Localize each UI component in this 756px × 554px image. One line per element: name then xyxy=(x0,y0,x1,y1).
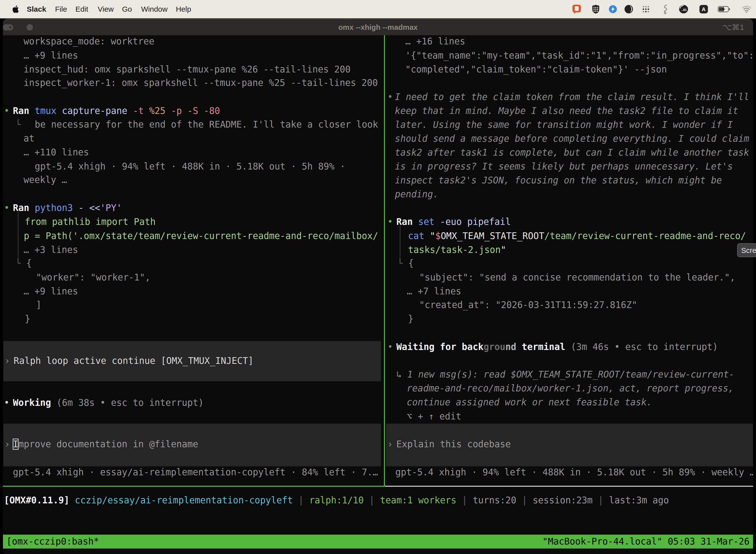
terminal-line: I need to get the claim token from the c… xyxy=(395,90,749,104)
terminal-line: Ralph loop active continue [OMX_TMUX_INJ… xyxy=(14,354,253,368)
terminal-line: • xyxy=(387,215,393,229)
terminal-line: Explain this codebase xyxy=(396,437,511,451)
terminal-line: › xyxy=(4,354,10,368)
text-segment: p = Path('.omx/state/team/review-current… xyxy=(24,231,378,241)
text-segment: … +9 lines xyxy=(23,286,78,296)
terminal-line: • xyxy=(4,201,9,215)
text-segment: Working xyxy=(13,397,57,408)
text-segment: readme-and-reco/mailbox/worker-1.json, a… xyxy=(407,383,734,394)
text-segment: "worker": "worker-1", xyxy=(36,272,150,283)
terminal-line: gpt-5.4 xhigh · 94% left · 488K in · 5.1… xyxy=(35,160,345,173)
gray-squiggle-icon[interactable] xyxy=(662,4,668,14)
text-segment: • xyxy=(4,106,9,116)
text-segment: • xyxy=(387,341,393,352)
menu-item-slack[interactable]: Slack xyxy=(27,5,46,13)
menu-item-file[interactable]: File xyxy=(55,5,67,13)
orange-speech-bubble-icon[interactable] xyxy=(572,4,581,14)
terminal-line: pending. xyxy=(395,187,439,201)
text-segment: • xyxy=(387,216,393,227)
terminal-line: cat "$OMX_TEAM_STATE_ROOT/team/review-cu… xyxy=(408,229,746,243)
terminal-line: at xyxy=(23,131,35,146)
battery-charging-icon[interactable] xyxy=(718,6,730,12)
status-segment: | xyxy=(369,495,380,506)
text-segment: at xyxy=(23,133,35,144)
menu-item-view[interactable]: View xyxy=(98,5,114,13)
terminal-area[interactable]: workspace_mode: worktree… +9 linesinspec… xyxy=(3,19,753,554)
terminal-line: … +9 lines xyxy=(23,49,78,63)
status-segment: team:1 workers xyxy=(380,495,462,506)
status-segment: last:3m ago xyxy=(609,495,669,506)
status-segment: session:23m xyxy=(533,495,598,506)
text-segment: … +9 lines xyxy=(23,50,78,61)
terminal-line: inspect_hud: omx sparkshell --tmux-pane … xyxy=(23,63,351,76)
text-segment: › xyxy=(387,439,393,449)
text-segment: … +7 lines xyxy=(407,286,461,296)
menu-item-help[interactable]: Help xyxy=(176,5,191,13)
text-segment: python3 xyxy=(35,203,78,213)
text-segment: ↳ 1 new msg(s): read $OMX_TEAM_STATE_ROO… xyxy=(396,369,734,380)
status-segment: [OMX#0.11.9] xyxy=(4,495,75,506)
text-segment: gpt-5.4 xhigh · 94% left · 488K in · 5.1… xyxy=(35,161,345,172)
text-segment: $ xyxy=(435,231,441,241)
terminal-line: "subject": "send a concise recommendatio… xyxy=(419,271,736,284)
apple-menu-icon[interactable] xyxy=(12,5,19,13)
pane-divider[interactable] xyxy=(384,35,385,487)
text-segment: • xyxy=(4,203,9,213)
terminal-line: ⌥ + ↑ edit xyxy=(407,409,461,424)
terminal-line: └ xyxy=(15,118,21,131)
text-segment: -p -S -80 xyxy=(171,106,220,116)
terminal-line: Improve documentation in @filename xyxy=(13,437,198,451)
text-segment: cat xyxy=(408,231,430,241)
text-segment: " xyxy=(430,231,435,241)
wifi-icon[interactable] xyxy=(742,5,752,13)
text-segment: Ran xyxy=(396,216,418,227)
text-segment: › xyxy=(4,439,10,449)
text-segment: ⌥ + ↑ edit xyxy=(407,411,461,422)
terminal-line: Waiting for background terminal (3m 46s … xyxy=(396,340,718,354)
text-segment: '{"team_name":"my-team","task_id":"1","f… xyxy=(405,50,753,61)
terminal-line: inspect task2's JSON, focusing on the st… xyxy=(395,173,722,187)
terminal-line: • xyxy=(387,90,393,104)
terminal-line: is in progress? It seems likely but perh… xyxy=(395,160,733,173)
text-segment: gpt-5.4 xhigh · essay/ai-reimplementatio… xyxy=(13,467,378,478)
terminal-line: › xyxy=(387,437,393,451)
screenshot-tooltip: Scre xyxy=(737,243,756,257)
status-segment: | xyxy=(522,495,533,506)
menu-item-edit[interactable]: Edit xyxy=(75,5,88,13)
menu-bar: SlackFileEditViewGoWindowHelp ..61 A xyxy=(0,0,756,18)
text-segment: /team/review-current-readme-and-reco/ xyxy=(544,231,746,241)
terminal-line: › xyxy=(4,437,10,451)
text-segment: ] xyxy=(36,299,42,310)
status-segment: | xyxy=(298,495,309,506)
terminal-line: • xyxy=(4,396,9,410)
text-segment: { xyxy=(26,258,32,269)
right-pane-bottom-border xyxy=(385,486,753,487)
input-source-a-icon[interactable]: A xyxy=(699,4,708,14)
svg-text:A: A xyxy=(702,6,706,12)
dots-grid-icon[interactable] xyxy=(641,5,650,14)
text-segment: "created_at": "2026-03-31T11:59:27.816Z" xyxy=(419,299,637,310)
text-segment: • xyxy=(4,397,9,408)
terminal-line: } xyxy=(25,312,30,326)
text-segment: nd xyxy=(505,341,516,352)
status-segment: | xyxy=(462,495,473,506)
tool-output-connector xyxy=(18,212,18,257)
text-segment: gpt-5.4 xhigh · 94% left · 488K in · 5.1… xyxy=(395,467,753,478)
text-segment: keep that in mind. Maybe I also need the… xyxy=(395,106,738,116)
shield-grid-icon[interactable] xyxy=(591,4,600,14)
text-segment: (3m 46s • esc to interrupt) xyxy=(571,341,718,352)
dark-crescent-disc-icon[interactable] xyxy=(624,4,633,14)
circle-61-badge-icon[interactable]: ..61 xyxy=(679,4,689,14)
terminal-line: readme-and-reco/mailbox/worker-1.json, a… xyxy=(407,382,734,395)
text-segment: "subject": "send a concise recommendatio… xyxy=(419,272,736,283)
terminal-line: … +7 lines xyxy=(407,284,461,298)
text-segment: %25 xyxy=(149,106,171,116)
text-segment: should send a message before completing … xyxy=(395,133,749,144)
terminal-line: '{"team_name":"my-team","task_id":"1","f… xyxy=(405,49,753,63)
text-segment: Ran xyxy=(13,203,35,213)
menu-item-go[interactable]: Go xyxy=(122,5,132,13)
menu-item-window[interactable]: Window xyxy=(141,5,168,13)
text-segment: Ran xyxy=(13,106,35,116)
text-segment: 'PY' xyxy=(100,203,122,213)
blue-bolt-badge-icon[interactable] xyxy=(608,4,618,14)
